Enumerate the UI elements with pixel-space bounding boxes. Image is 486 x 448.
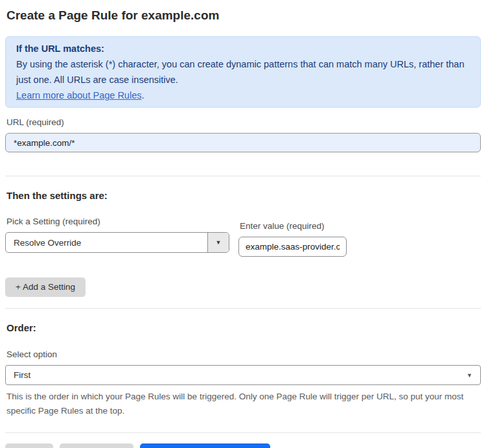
settings-row: Pick a Setting (required) Resolve Overri…	[5, 206, 481, 257]
info-box-link-line: Learn more about Page Rules.	[16, 88, 470, 103]
enter-value-label: Enter value (required)	[240, 221, 345, 231]
chevron-down-icon: ▼	[467, 372, 472, 379]
save-and-deploy-button[interactable]: Save and Deploy Page Rule	[140, 443, 271, 448]
save-as-draft-button[interactable]: Save as Draft	[60, 443, 133, 448]
add-setting-button[interactable]: + Add a Setting	[5, 277, 86, 297]
order-select-label: Select option	[6, 349, 480, 360]
divider	[5, 176, 481, 176]
url-input[interactable]	[5, 133, 481, 152]
page-title: Create a Page Rule for example.com	[5, 0, 481, 23]
pick-setting-label: Pick a Setting (required)	[6, 217, 228, 227]
enter-value-column: Enter value (required)	[238, 210, 347, 257]
learn-more-link[interactable]: Learn more about Page Rules	[16, 90, 141, 100]
chevron-down-icon: ▼	[216, 239, 222, 246]
url-field-label: URL (required)	[6, 117, 480, 128]
info-box-body: By using the asterisk (*) character, you…	[16, 56, 470, 88]
setting-value-input[interactable]	[238, 237, 347, 257]
setting-select-value: Resolve Override	[6, 233, 207, 252]
link-suffix: .	[141, 90, 144, 100]
divider	[5, 432, 481, 433]
pick-setting-column: Pick a Setting (required) Resolve Overri…	[5, 206, 229, 257]
order-select[interactable]: First ▼	[5, 365, 481, 385]
order-select-value: First	[14, 370, 30, 380]
setting-select[interactable]: Resolve Override ▼	[5, 232, 229, 253]
footer-buttons: Cancel Save as Draft Save and Deploy Pag…	[5, 443, 481, 448]
order-section-heading: Order:	[6, 322, 480, 333]
divider	[5, 308, 481, 309]
order-help-text: This is the order in which your Page Rul…	[6, 390, 480, 418]
cancel-button[interactable]: Cancel	[5, 443, 53, 448]
info-box-heading: If the URL matches:	[16, 41, 470, 56]
url-match-info-box: If the URL matches: By using the asteris…	[5, 36, 481, 108]
page-rule-form: Create a Page Rule for example.com If th…	[0, 0, 486, 448]
settings-section-heading: Then the settings are:	[6, 190, 480, 201]
setting-select-arrow-segment: ▼	[207, 233, 229, 252]
